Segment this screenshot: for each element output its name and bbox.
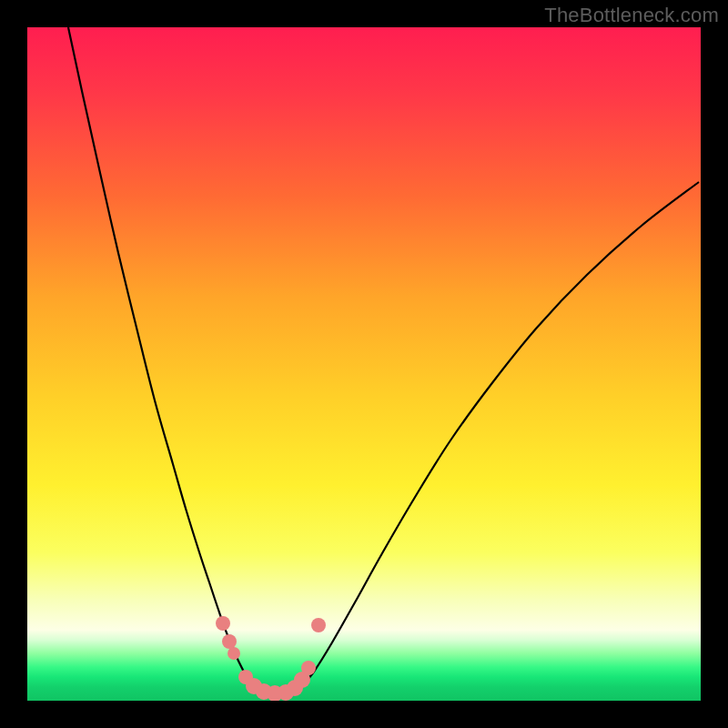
chart-svg — [27, 27, 701, 701]
data-marker — [301, 661, 316, 675]
outer-frame: TheBottleneck.com — [0, 0, 728, 728]
data-marker — [222, 634, 237, 649]
data-marker — [311, 618, 326, 632]
plot-area — [27, 27, 701, 701]
data-marker — [216, 616, 230, 631]
data-marker — [228, 647, 240, 660]
right-curve — [300, 182, 699, 688]
left-curve — [68, 27, 253, 688]
watermark-label: TheBottleneck.com — [544, 4, 719, 27]
valley-markers — [216, 616, 326, 701]
